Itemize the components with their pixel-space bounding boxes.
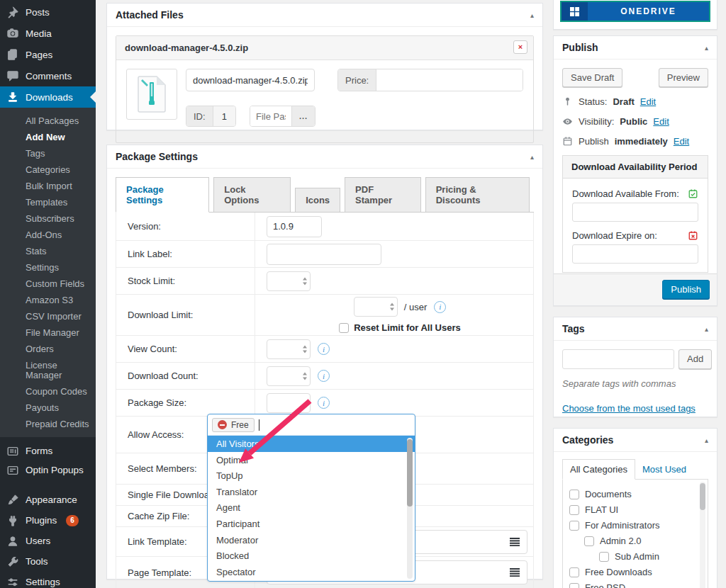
editor-main-column: Attached Files ▴ download-manager-4.5.0.… [106,0,543,588]
sidebar-item-downloads[interactable]: Downloads [0,86,96,108]
new-tag-input[interactable] [562,349,674,369]
calendar-x-icon[interactable] [688,230,698,241]
info-icon[interactable]: i [434,301,446,313]
dropdown-option[interactable]: Moderator [208,532,415,548]
category-list: Documents FLAT UI For Administrators [562,479,708,588]
tab-most-used[interactable]: Most Used [635,460,693,479]
sidebar-subitem[interactable]: Custom Fields [0,276,96,292]
sidebar-subitem[interactable]: Subscribers [0,210,96,227]
category-checkbox[interactable] [569,490,579,499]
sidebar-subitem[interactable]: Add New [0,129,96,145]
file-password-input[interactable] [250,106,291,126]
most-used-tags-link[interactable]: Choose from the most used tags [562,403,696,414]
info-icon[interactable]: i [318,397,330,409]
expire-on-input[interactable] [572,244,698,264]
add-tag-button[interactable]: Add [678,349,712,369]
dropdown-option[interactable]: Blocked [208,548,415,564]
sidebar-subitem[interactable]: Add-Ons [0,227,96,243]
scrollbar-thumb[interactable] [407,439,413,507]
link-label-input[interactable] [267,244,381,265]
sidebar-subitem[interactable]: CSV Importer [0,308,96,324]
sidebar-item-users[interactable]: Users [0,531,96,551]
category-checkbox[interactable] [584,536,594,546]
remove-tag-icon[interactable] [218,420,227,429]
user-icon [6,535,19,548]
price-input[interactable] [376,69,523,91]
category-checkbox[interactable] [569,521,579,531]
collapse-toggle-icon[interactable]: ▴ [530,153,534,161]
sidebar-subitem[interactable]: File Manager [0,324,96,341]
remove-file-button[interactable]: × [513,40,527,54]
zip-file-icon [135,75,168,113]
dropdown-option[interactable]: Optimal [208,452,415,468]
file-title-input[interactable] [186,69,315,91]
dropdown-option[interactable]: All Visitors [208,436,415,452]
edit-schedule-link[interactable]: Edit [674,136,689,147]
collapse-toggle-icon[interactable]: ▴ [705,44,708,52]
dropdown-option[interactable]: Participant [208,516,415,532]
number-stepper[interactable] [303,345,307,353]
publish-button[interactable]: Publish [662,280,710,299]
settings-tab[interactable]: Package Settings [116,177,209,213]
package-size-input[interactable] [267,393,311,413]
sidebar-subitem[interactable]: Bulk Import [0,178,96,194]
edit-visibility-link[interactable]: Edit [653,116,669,127]
allow-access-tag-field[interactable]: Free [208,414,415,435]
info-icon[interactable]: i [318,370,330,382]
sidebar-subitem[interactable]: Tags [0,145,96,162]
dropdown-option[interactable]: Spectator [208,564,415,580]
category-checkbox[interactable] [599,552,609,562]
sidebar-subitem[interactable]: Stats [0,243,96,259]
settings-tab[interactable]: Pricing & Discounts [425,177,530,212]
sidebar-item-appearance[interactable]: Appearance [0,490,96,510]
edit-status-link[interactable]: Edit [640,96,656,107]
sidebar-item-optin-popups[interactable]: Optin Popups [0,460,96,480]
info-icon[interactable]: i [318,343,330,355]
sidebar-subitem[interactable]: Templates [0,194,96,210]
sidebar-subitem[interactable]: Settings [0,259,96,276]
dropdown-option[interactable]: Agent [208,499,415,516]
number-stepper[interactable] [303,277,307,285]
dropdown-option[interactable]: TopUp [208,468,415,484]
status-row: Status: Draft Edit [562,96,708,107]
sidebar-item-pages[interactable]: Pages [0,44,96,65]
sidebar-subitem[interactable]: Amazon S3 [0,292,96,308]
sidebar-subitem[interactable]: Categories [0,162,96,178]
scrollbar-thumb[interactable] [700,483,705,510]
sidebar-item-forms[interactable]: Forms [0,441,96,460]
category-checkbox[interactable] [569,567,579,577]
available-from-input[interactable] [572,203,698,222]
sidebar-subitem[interactable]: All Packages [0,113,96,129]
sidebar-subitem[interactable]: Orders [0,341,96,357]
sidebar-item-media[interactable]: Media [0,23,96,44]
category-checkbox[interactable] [569,505,579,515]
settings-tab[interactable]: Lock Options [213,177,291,212]
collapse-toggle-icon[interactable]: ▴ [530,11,534,19]
version-input[interactable] [267,216,322,237]
sidebar-item-posts[interactable]: Posts [0,1,96,23]
save-draft-button[interactable]: Save Draft [562,68,622,87]
collapse-toggle-icon[interactable]: ▴ [705,436,708,444]
sidebar-subitem[interactable]: Coupon Codes [0,383,96,400]
onedrive-button[interactable]: ONEDRIVE [560,1,710,22]
sidebar-subitem[interactable]: Prepaid Credits [0,416,96,432]
settings-tab[interactable]: Icons [295,188,340,212]
sidebar-subitem[interactable]: Payouts [0,400,96,416]
dropdown-option[interactable]: Translator [208,484,415,500]
publish-body: Save Draft Preview Status: Draft Edit Vi… [554,60,717,281]
category-checkbox[interactable] [569,583,579,588]
calendar-check-icon[interactable] [688,188,698,199]
sidebar-item-comments[interactable]: Comments [0,65,96,86]
number-stepper[interactable] [303,372,307,380]
sidebar-item-plugins[interactable]: Plugins 6 [0,510,96,531]
preview-button[interactable]: Preview [659,68,708,87]
sidebar-subitem[interactable]: License Manager [0,357,96,383]
settings-tab[interactable]: PDF Stamper [345,177,421,212]
number-stepper[interactable] [390,303,394,311]
more-options-button[interactable]: ... [291,106,315,126]
sidebar-item-tools[interactable]: Tools [0,551,96,572]
sidebar-item-settings[interactable]: Settings [0,572,96,588]
tab-all-categories[interactable]: All Categories [562,459,635,480]
collapse-toggle-icon[interactable]: ▴ [705,325,708,333]
reset-limit-checkbox[interactable] [339,323,349,333]
